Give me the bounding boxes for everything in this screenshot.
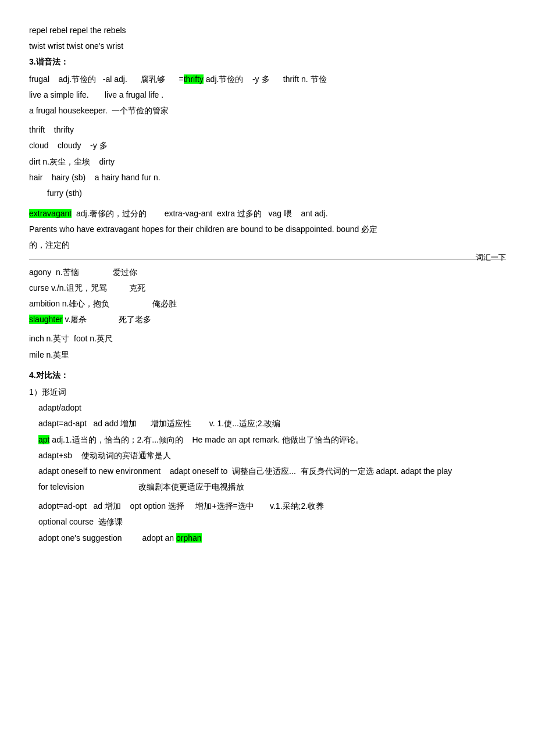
agony-line: agony n.苦恼 爱过你 — [29, 265, 506, 280]
page-content: repel rebel repel the rebels twist wrist… — [29, 23, 506, 545]
extravagant-highlight: extravagant — [29, 209, 72, 218]
adopt-line1: adopt=ad-opt ad 增加 opt option 选择 增加+选择=选… — [38, 499, 506, 513]
vocabulary-section: agony n.苦恼 爱过你 curse v./n.诅咒，咒骂 克死 ambit… — [29, 265, 506, 362]
mile-line: mile n.英里 — [29, 348, 506, 362]
thrifty-highlight: thrifty — [184, 74, 204, 84]
divider-container: 词汇一下 — [29, 259, 506, 259]
extravagant-line2: Parents who have extravagant hopes for t… — [29, 222, 506, 237]
furry-line: furry (sth) — [29, 186, 506, 201]
curse-line: curse v./n.诅咒，咒骂 克死 — [29, 281, 506, 295]
section-3: 3.谐音法： frugal adj.节俭的 -al adj. 腐乳够 =thri… — [29, 55, 506, 252]
subsection1-header: 1）形近词 — [29, 385, 506, 400]
extravagant-group: extravagant adj.奢侈的，过分的 extra-vag-ant ex… — [29, 206, 506, 253]
repel-line: repel rebel repel the rebels — [29, 23, 506, 38]
adapt-oneself-line2: for television 改编剧本使更适应于电视播放 — [38, 480, 506, 494]
thrift-line: thrift thrifty — [29, 123, 506, 137]
orphan-highlight: orphan — [176, 533, 202, 543]
extravagant-line1: extravagant adj.奢侈的，过分的 extra-vag-ant ex… — [29, 206, 506, 221]
divider-line — [29, 259, 506, 259]
frugal-line1: frugal adj.节俭的 -al adj. 腐乳够 =thrifty adj… — [29, 72, 506, 87]
adopt-suggestion-line: adopt one's suggestion adopt an orphan — [38, 531, 506, 545]
frugal-line3: a frugal housekeeper. 一个节俭的管家 — [29, 104, 506, 118]
twist-line: twist wrist twist one's wrist — [29, 39, 506, 54]
measurement-group: inch n.英寸 foot n.英尺 mile n.英里 — [29, 331, 506, 362]
adapt-adopt-line: adapt/adopt — [38, 401, 506, 415]
slaughter-line: slaughter v.屠杀 死了老多 — [29, 312, 506, 327]
dirt-line: dirt n.灰尘，尘埃 dirty — [29, 155, 506, 169]
slaughter-highlight: slaughter — [29, 315, 63, 324]
apt-line: apt adj.1.适当的，恰当的；2.有...倾向的 He made an a… — [38, 433, 506, 447]
optional-line: optional course 选修课 — [38, 515, 506, 529]
thrift-group: thrift thrifty cloud cloudy -y 多 dirt n.… — [29, 123, 506, 201]
adapt-sb-line: adapt+sb 使动动词的宾语通常是人 — [38, 448, 506, 463]
twist-text: twist wrist twist one's wrist — [29, 41, 123, 51]
inch-line: inch n.英寸 foot n.英尺 — [29, 331, 506, 346]
adapt-adopt-group: adapt/adopt adapt=ad-apt ad add 增加 增加适应性… — [29, 401, 506, 545]
section3-header: 3.谐音法： — [29, 55, 506, 69]
section4-header: 4.对比法： — [29, 368, 506, 383]
frugal-line2: live a simple life. live a frugal life . — [29, 88, 506, 102]
cloud-line: cloud cloudy -y 多 — [29, 138, 506, 153]
extravagant-line3: 的，注定的 — [29, 238, 506, 252]
repel-text: repel rebel repel the rebels — [29, 26, 126, 35]
ambition-line: ambition n.雄心，抱负 俺必胜 — [29, 297, 506, 311]
adopt-group: adopt=ad-opt ad 增加 opt option 选择 增加+选择=选… — [38, 499, 506, 545]
divider-label: 词汇一下 — [476, 252, 506, 263]
adapt-line1: adapt=ad-apt ad add 增加 增加适应性 v. 1.使...适应… — [38, 416, 506, 431]
section-4: 4.对比法： 1）形近词 adapt/adopt adapt=ad-apt ad… — [29, 368, 506, 545]
adapt-oneself-line1: adapt oneself to new environment adapt o… — [38, 464, 506, 479]
hair-line: hair hairy (sb) a hairy hand fur n. — [29, 170, 506, 185]
apt-highlight: apt — [38, 435, 49, 444]
